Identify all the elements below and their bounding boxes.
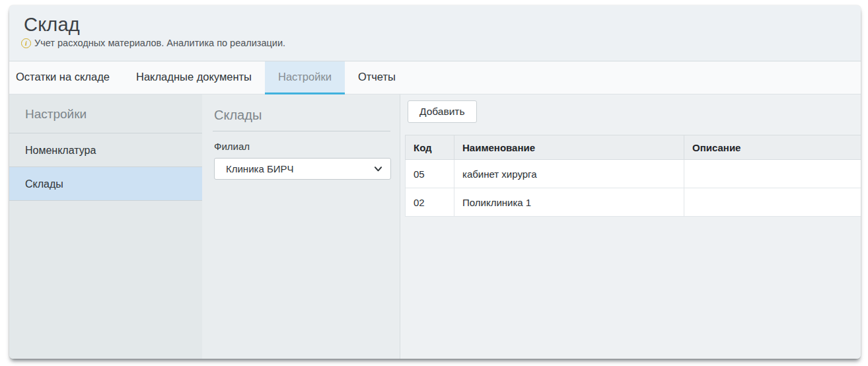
column-header-description: Описание <box>684 135 861 160</box>
cell-description <box>684 188 861 217</box>
page-title: Склад <box>24 14 861 36</box>
column-header-name: Наименование <box>454 135 684 160</box>
page-subtitle-row: i Учет расходных материалов. Аналитика п… <box>21 38 861 48</box>
cell-code: 02 <box>406 188 454 217</box>
tab-reports[interactable]: Отчеты <box>345 61 409 94</box>
tab-invoice-documents[interactable]: Накладные документы <box>123 61 265 94</box>
sidebar-item-warehouses[interactable]: Склады <box>9 167 202 201</box>
cell-description <box>684 160 861 188</box>
cell-name: Поликлиника 1 <box>454 188 684 217</box>
warehouses-table: Код Наименование Описание 05 кабинет хир… <box>405 135 861 217</box>
tab-bar: Остатки на складе Накладные документы На… <box>9 61 861 94</box>
warehouses-filter-panel: Склады Филиал Клиника БИРЧ <box>202 94 400 359</box>
table-row[interactable]: 05 кабинет хирурга <box>406 160 861 188</box>
branch-select[interactable]: Клиника БИРЧ <box>214 158 391 180</box>
info-icon: i <box>21 38 31 48</box>
table-header-row: Код Наименование Описание <box>406 135 861 160</box>
table-row[interactable]: 02 Поликлиника 1 <box>406 188 861 217</box>
cell-name: кабинет хирурга <box>454 160 684 188</box>
sidebar-title: Настройки <box>9 94 202 133</box>
branch-select-value: Клиника БИРЧ <box>226 163 374 174</box>
chevron-down-icon <box>374 165 382 173</box>
filter-panel-divider <box>213 131 390 131</box>
content-area: Настройки Номенклатура Склады Склады Фил… <box>9 94 861 359</box>
cell-code: 05 <box>406 160 454 188</box>
settings-sidebar: Настройки Номенклатура Склады <box>9 94 202 359</box>
sidebar-item-nomenclature[interactable]: Номенклатура <box>9 133 202 167</box>
warehouse-app-window: Склад i Учет расходных материалов. Анали… <box>9 5 861 359</box>
tab-warehouse-stock[interactable]: Остатки на складе <box>9 61 123 94</box>
column-header-code: Код <box>406 135 454 160</box>
page-header: Склад i Учет расходных материалов. Анали… <box>9 5 861 61</box>
warehouses-list-panel: Добавить Код Наименование Описание 05 ка… <box>400 94 861 359</box>
filter-panel-title: Склады <box>214 108 390 123</box>
branch-label: Филиал <box>214 141 390 152</box>
tab-settings[interactable]: Настройки <box>265 61 345 94</box>
add-warehouse-button[interactable]: Добавить <box>408 100 477 123</box>
page-subtitle: Учет расходных материалов. Аналитика по … <box>34 38 285 48</box>
